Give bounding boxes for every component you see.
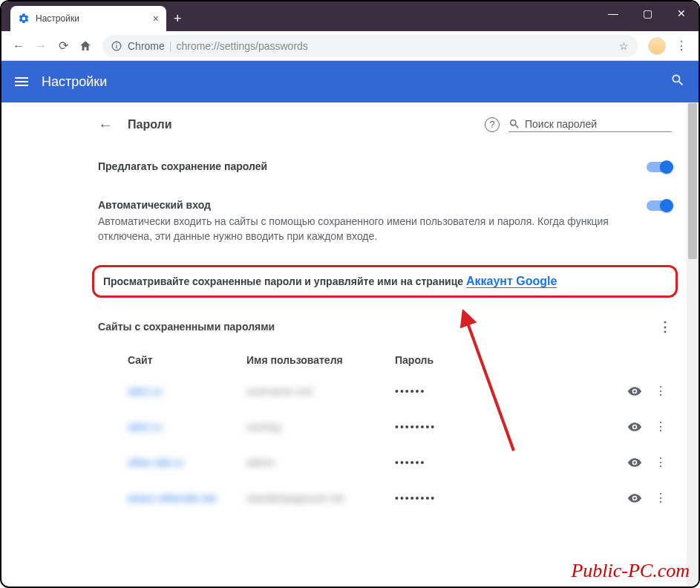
- window-frame: Настройки × + — ▢ ✕ ← → ⟳ Chrome | chrom…: [0, 0, 700, 588]
- show-password-icon[interactable]: [620, 491, 650, 506]
- cell-pass: ••••••••: [395, 492, 620, 504]
- address-bar: ← → ⟳ Chrome | chrome://settings/passwor…: [1, 31, 699, 61]
- forward-button: →: [30, 35, 52, 57]
- row-more-icon[interactable]: ⋮: [650, 419, 672, 434]
- browser-tab[interactable]: Настройки ×: [10, 6, 166, 31]
- window-controls: — ▢ ✕: [596, 1, 699, 25]
- auto-signin-desc: Автоматически входить на сайты с помощью…: [98, 214, 647, 244]
- cell-user: admin: [246, 457, 395, 468]
- google-account-link[interactable]: Аккаунт Google: [466, 275, 557, 288]
- browser-menu-button[interactable]: ⋮: [670, 35, 693, 57]
- back-button[interactable]: ←: [7, 35, 30, 57]
- auto-signin-label: Автоматический вход: [98, 199, 647, 211]
- cell-site[interactable]: other-site.ru: [98, 457, 246, 468]
- show-password-icon[interactable]: [620, 419, 650, 434]
- svg-rect-1: [116, 45, 117, 48]
- close-window-button[interactable]: ✕: [664, 1, 699, 25]
- url-origin: Chrome: [128, 40, 165, 52]
- header-search-icon[interactable]: [670, 73, 685, 91]
- saved-sites-title: Сайты с сохраненными паролями: [98, 321, 275, 333]
- cell-site[interactable]: site2.ru: [98, 421, 246, 433]
- password-search-input[interactable]: Поиск паролей: [508, 118, 672, 132]
- section-title: Пароли: [128, 118, 172, 131]
- passwords-table: Сайт Имя пользователя Пароль site1.ru us…: [98, 347, 672, 516]
- offer-save-toggle[interactable]: [647, 162, 672, 172]
- cell-pass: ••••••: [395, 457, 620, 468]
- search-icon: [508, 118, 520, 130]
- close-tab-icon[interactable]: ×: [153, 13, 159, 24]
- titlebar: Настройки × + — ▢ ✕: [1, 1, 699, 31]
- show-password-icon[interactable]: [620, 384, 650, 399]
- offer-save-label: Предлагать сохранение паролей: [98, 160, 647, 172]
- offer-save-row: Предлагать сохранение паролей: [98, 147, 672, 186]
- avatar[interactable]: [648, 37, 666, 55]
- gear-icon: [18, 13, 30, 24]
- home-icon: [79, 39, 92, 53]
- scrollbar[interactable]: ▴: [687, 102, 699, 587]
- table-row: other-site.ru admin •••••• ⋮: [98, 445, 672, 480]
- new-tab-button[interactable]: +: [174, 11, 182, 27]
- svg-rect-2: [116, 43, 117, 44]
- cell-pass: ••••••••: [395, 421, 620, 433]
- show-password-icon[interactable]: [620, 455, 650, 470]
- help-icon[interactable]: ?: [485, 117, 500, 132]
- row-more-icon[interactable]: ⋮: [650, 384, 672, 398]
- table-row: site2.ru userlog •••••••• ⋮: [98, 409, 672, 445]
- bookmark-star-icon[interactable]: ☆: [619, 40, 629, 52]
- table-row: site1.ru username one •••••• ⋮: [98, 373, 672, 409]
- col-pass-header: Пароль: [395, 354, 672, 366]
- cell-pass: ••••••: [395, 385, 620, 397]
- hamburger-icon[interactable]: [15, 77, 28, 86]
- highlight-box: Просматривайте сохраненные пароли и упра…: [92, 265, 678, 298]
- col-user-header: Имя пользователя: [246, 354, 395, 366]
- url-path: chrome://settings/passwords: [176, 40, 307, 52]
- row-more-icon[interactable]: ⋮: [650, 455, 672, 469]
- search-placeholder: Поиск паролей: [525, 118, 597, 130]
- cell-user: username one: [246, 385, 395, 397]
- auto-signin-toggle[interactable]: [647, 200, 672, 211]
- tab-title: Настройки: [36, 13, 79, 24]
- home-button[interactable]: [74, 35, 97, 57]
- col-site-header: Сайт: [98, 354, 246, 366]
- reload-button[interactable]: ⟳: [52, 35, 74, 57]
- cell-user: standartpageuser.net: [246, 492, 395, 504]
- omnibox[interactable]: Chrome | chrome://settings/passwords ☆: [102, 35, 638, 57]
- auto-signin-row: Автоматический вход Автоматически входит…: [98, 186, 672, 258]
- saved-sites-more-icon[interactable]: ⋮: [658, 318, 672, 335]
- settings-header: Настройки: [1, 61, 699, 102]
- cell-site[interactable]: site1.ru: [98, 385, 246, 397]
- scrollbar-thumb[interactable]: [688, 103, 697, 259]
- cell-user: userlog: [246, 421, 395, 433]
- maximize-button[interactable]: ▢: [630, 1, 664, 25]
- cell-site[interactable]: anacc-othersite.net: [98, 492, 246, 504]
- settings-content: ← Пароли ? Поиск паролей Предлагать сохр…: [1, 102, 687, 587]
- highlight-text: Просматривайте сохраненные пароли и упра…: [103, 275, 466, 287]
- minimize-button[interactable]: —: [596, 1, 630, 25]
- info-icon: [111, 41, 122, 51]
- table-row: anacc-othersite.net standartpageuser.net…: [98, 480, 672, 516]
- settings-title: Настройки: [42, 74, 107, 90]
- row-more-icon[interactable]: ⋮: [650, 491, 672, 505]
- back-arrow-icon[interactable]: ←: [98, 117, 113, 134]
